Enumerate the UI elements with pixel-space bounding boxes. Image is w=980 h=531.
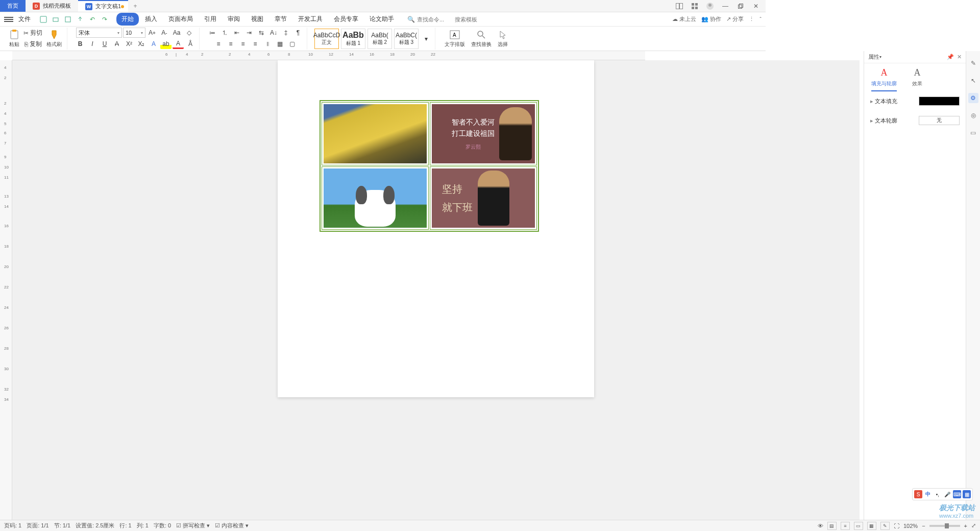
close-button[interactable]: ✕ [750, 1, 762, 12]
shrink-font-button[interactable]: A- [159, 28, 170, 38]
more-menu[interactable]: ⋮ [749, 16, 754, 22]
line-spacing-button[interactable]: ‡ [280, 28, 291, 38]
svg-rect-2 [692, 3, 694, 6]
ribbon-tab-devtools[interactable]: 开发工具 [293, 13, 328, 26]
collab-button[interactable]: 👥协作 [701, 15, 721, 23]
font-name-select[interactable]: 宋体▾ [76, 28, 122, 38]
document-canvas[interactable]: 智者不入爱河 打工建设祖国 罗云熙 坚持 会 就下班 [12, 60, 766, 415]
strike-button[interactable]: A [111, 39, 122, 49]
table-image-quote1[interactable]: 智者不入爱河 打工建设祖国 罗云熙 [432, 104, 535, 163]
page[interactable]: 智者不入爱河 打工建设祖国 罗云熙 坚持 会 就下班 [278, 60, 594, 397]
superscript-button[interactable]: X² [124, 39, 135, 49]
tab-document[interactable]: W 文字文稿1 [78, 0, 128, 12]
styles-dropdown[interactable]: ▾ [421, 34, 432, 44]
table-image-puppy[interactable] [324, 168, 427, 228]
grow-font-button[interactable]: A+ [146, 28, 158, 38]
ribbon-tab-review[interactable]: 审阅 [223, 13, 245, 26]
indent-button[interactable]: ⇥ [243, 28, 255, 38]
minimize-button[interactable]: — [720, 1, 731, 12]
tab-templates[interactable]: D 找稻壳模板 [26, 0, 78, 12]
ribbon-tab-member[interactable]: 会员专享 [329, 13, 363, 26]
text-layout-button[interactable]: A文字排版 [443, 30, 467, 48]
vertical-ruler[interactable]: 42 245 679 101113 141618 202224 262830 3… [0, 60, 12, 415]
svg-line-18 [482, 36, 485, 38]
change-case-button[interactable]: Aa [171, 28, 182, 38]
redo-button[interactable]: ↷ [100, 15, 109, 24]
sort-button[interactable]: A↓ [268, 28, 279, 38]
layout-icon[interactable] [674, 1, 685, 12]
number-list-button[interactable]: ⒈ [219, 28, 230, 38]
style-heading3[interactable]: AaBbC(标题 3 [394, 29, 419, 49]
collapse-ribbon[interactable]: ˆ [760, 16, 762, 22]
svg-rect-1 [680, 3, 683, 9]
print-icon[interactable] [63, 15, 72, 24]
ribbon-tab-layout[interactable]: 页面布局 [163, 13, 198, 26]
export-icon[interactable] [76, 15, 85, 24]
person-figure [478, 171, 509, 226]
paste-button[interactable]: 粘贴 [7, 30, 21, 48]
clear-format-button[interactable]: ◇ [183, 28, 194, 38]
ribbon-tab-view[interactable]: 视图 [246, 13, 268, 26]
svg-rect-4 [692, 7, 694, 9]
ribbon-tab-thesis[interactable]: 论文助手 [364, 13, 399, 26]
bold-button[interactable]: B [75, 39, 86, 49]
copy-button[interactable]: ⎘复制 [23, 39, 42, 50]
table-image-quote2[interactable]: 坚持 会 就下班 [432, 168, 535, 228]
doc-icon: D [33, 3, 40, 10]
search-command-input[interactable] [417, 16, 453, 22]
svg-rect-0 [676, 3, 679, 9]
tab-home[interactable]: 首页 [0, 0, 26, 12]
chevron-down-icon: ▾ [141, 31, 143, 35]
highlight-button[interactable]: ab [160, 39, 172, 49]
align-right-button[interactable]: ≡ [237, 39, 249, 49]
bullet-list-button[interactable]: ≔ [207, 28, 218, 38]
text-effect-button[interactable]: A [148, 39, 159, 49]
maximize-button[interactable] [735, 1, 746, 12]
print-preview-icon[interactable] [51, 15, 60, 24]
ribbon-tab-chapter[interactable]: 章节 [270, 13, 292, 26]
cloud-status[interactable]: ☁未上云 [672, 15, 696, 23]
search-template-input[interactable] [455, 16, 491, 22]
outdent-button[interactable]: ⇤ [231, 28, 242, 38]
font-color-button[interactable]: A [173, 39, 184, 49]
select-button[interactable]: 选择 [496, 30, 510, 48]
align-justify-button[interactable]: ≡ [250, 39, 261, 49]
align-center-button[interactable]: ≡ [225, 39, 236, 49]
format-painter-button[interactable]: 格式刷 [44, 30, 64, 48]
distribute-button[interactable]: ⫴ [262, 39, 273, 49]
style-normal[interactable]: AaBbCcD正文 [314, 29, 339, 49]
subscript-button[interactable]: X₂ [136, 39, 147, 49]
scissors-icon: ✂ [23, 30, 29, 37]
horizontal-ruler[interactable]: 6|4 224 6810 121416 182022 [12, 51, 645, 60]
italic-button[interactable]: I [87, 39, 98, 49]
table-image-foliage[interactable] [324, 104, 427, 163]
style-heading2[interactable]: AaBb(标题 2 [368, 29, 392, 49]
new-tab-button[interactable]: + [128, 0, 142, 12]
hamburger-menu[interactable] [4, 17, 13, 22]
file-menu[interactable]: 文件 [15, 15, 34, 23]
ribbon-tab-insert[interactable]: 插入 [140, 13, 162, 26]
share-button[interactable]: ↗分享 [726, 15, 744, 23]
phonetic-button[interactable]: Å [185, 39, 196, 49]
font-size-select[interactable]: 10▾ [123, 28, 145, 38]
cut-button[interactable]: ✂剪切 [23, 28, 42, 38]
ribbon-tab-references[interactable]: 引用 [199, 13, 222, 26]
ribbon-tab-start[interactable]: 开始 [116, 13, 139, 26]
avatar-icon[interactable] [704, 1, 716, 12]
style-heading1[interactable]: AaBb标题 1 [341, 29, 365, 49]
grid-icon[interactable] [689, 1, 700, 12]
underline-button[interactable]: U [99, 39, 110, 49]
align-left-button[interactable]: ≡ [213, 39, 224, 49]
cloud-icon: ☁ [672, 16, 678, 22]
show-marks-button[interactable]: ¶ [292, 28, 304, 38]
border-button[interactable]: ▢ [286, 39, 298, 49]
image-table[interactable]: 智者不入爱河 打工建设祖国 罗云熙 坚持 会 就下班 [320, 100, 539, 232]
save-icon[interactable] [39, 15, 48, 24]
find-replace-button[interactable]: 查找替换 [469, 30, 494, 48]
svg-rect-10 [40, 16, 46, 22]
menu-bar: 文件 ↶ ↷ 开始 插入 页面布局 引用 审阅 视图 章节 开发工具 会员专享 … [0, 12, 766, 27]
tab-button[interactable]: ⇆ [256, 28, 267, 38]
undo-button[interactable]: ↶ [88, 15, 97, 24]
shading-button[interactable]: ▦ [274, 39, 285, 49]
ribbon-tab-list: 开始 插入 页面布局 引用 审阅 视图 章节 开发工具 会员专享 论文助手 [116, 13, 399, 26]
